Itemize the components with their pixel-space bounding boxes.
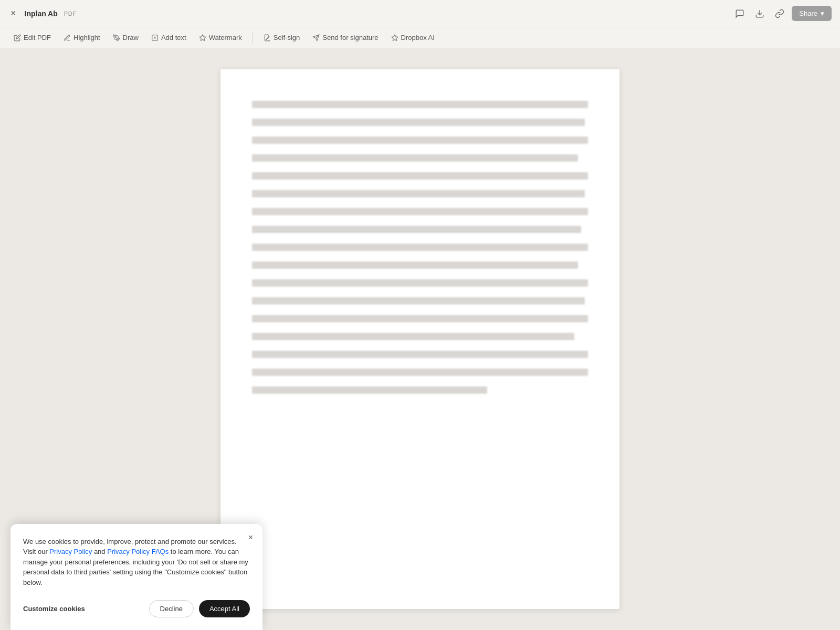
header-left: × Inplan Ab PDF bbox=[8, 6, 76, 21]
text-line bbox=[252, 279, 588, 287]
add-text-icon bbox=[151, 34, 159, 41]
watermark-icon bbox=[199, 34, 206, 41]
text-line bbox=[252, 226, 581, 233]
text-line bbox=[252, 333, 574, 340]
comment-button[interactable] bbox=[732, 6, 748, 22]
link-button[interactable] bbox=[772, 6, 788, 22]
text-line bbox=[252, 208, 588, 215]
highlight-button[interactable]: Highlight bbox=[58, 31, 106, 44]
send-for-signature-button[interactable]: Send for signature bbox=[307, 31, 383, 44]
document-title: Inplan Ab bbox=[25, 9, 58, 18]
svg-point-1 bbox=[116, 37, 117, 38]
close-icon: × bbox=[10, 8, 16, 19]
send-signature-label: Send for signature bbox=[322, 34, 378, 41]
watermark-label: Watermark bbox=[209, 34, 242, 41]
send-signature-icon bbox=[312, 34, 320, 41]
comment-icon bbox=[735, 9, 744, 18]
svg-marker-8 bbox=[392, 35, 398, 40]
cookie-close-button[interactable]: × bbox=[247, 532, 254, 543]
cookie-actions: Customize cookies Decline Accept All bbox=[23, 600, 250, 617]
download-button[interactable] bbox=[752, 6, 768, 22]
privacy-policy-faq-link[interactable]: Privacy Policy FAQs bbox=[107, 548, 169, 555]
text-line bbox=[252, 154, 578, 162]
text-line bbox=[252, 351, 588, 358]
header-right: Share ▾ bbox=[732, 6, 832, 22]
download-icon bbox=[755, 9, 764, 18]
dropbox-ai-button[interactable]: Dropbox AI bbox=[386, 31, 440, 44]
text-line bbox=[252, 261, 578, 269]
cookie-close-icon: × bbox=[248, 533, 253, 542]
cookie-banner: × We use cookies to provide, improve, pr… bbox=[10, 524, 262, 631]
text-line bbox=[252, 101, 588, 108]
add-text-label: Add text bbox=[161, 34, 186, 41]
add-text-button[interactable]: Add text bbox=[146, 31, 192, 44]
toolbar: Edit PDF Highlight Draw Add text Waterma… bbox=[0, 27, 840, 48]
draw-label: Draw bbox=[123, 34, 139, 41]
text-line bbox=[252, 297, 585, 304]
share-button[interactable]: Share ▾ bbox=[792, 6, 832, 21]
text-line bbox=[252, 172, 588, 180]
cookie-text-part2: and bbox=[92, 548, 107, 555]
close-button[interactable]: × bbox=[8, 6, 18, 21]
self-sign-label: Self-sign bbox=[274, 34, 300, 41]
self-sign-icon bbox=[264, 34, 271, 41]
draw-button[interactable]: Draw bbox=[108, 31, 144, 44]
svg-marker-5 bbox=[200, 35, 206, 40]
draw-icon bbox=[113, 34, 120, 41]
dropbox-ai-label: Dropbox AI bbox=[401, 34, 435, 41]
accept-all-button[interactable]: Accept All bbox=[199, 600, 250, 617]
text-line bbox=[252, 315, 588, 322]
text-line bbox=[252, 136, 588, 144]
highlight-icon bbox=[64, 34, 71, 41]
edit-pdf-label: Edit PDF bbox=[24, 34, 51, 41]
self-sign-button[interactable]: Self-sign bbox=[258, 31, 306, 44]
edit-pdf-button[interactable]: Edit PDF bbox=[8, 31, 56, 44]
watermark-button[interactable]: Watermark bbox=[194, 31, 247, 44]
decline-button[interactable]: Decline bbox=[149, 600, 194, 617]
customize-cookies-button[interactable]: Customize cookies bbox=[23, 605, 85, 613]
privacy-policy-link[interactable]: Privacy Policy bbox=[49, 548, 92, 555]
header: × Inplan Ab PDF Share ▾ bbox=[0, 0, 840, 27]
text-line bbox=[252, 244, 588, 251]
highlight-label: Highlight bbox=[74, 34, 100, 41]
pdf-page bbox=[220, 69, 620, 609]
share-chevron-icon: ▾ bbox=[821, 9, 824, 17]
cookie-text: We use cookies to provide, improve, prot… bbox=[23, 537, 250, 588]
toolbar-divider bbox=[253, 33, 253, 43]
document-badge: PDF bbox=[64, 10, 77, 17]
dropbox-ai-icon bbox=[391, 34, 398, 41]
text-line bbox=[252, 190, 585, 197]
edit-pdf-icon bbox=[14, 34, 21, 41]
link-icon bbox=[775, 9, 784, 18]
cookie-buttons: Decline Accept All bbox=[149, 600, 250, 617]
share-label: Share bbox=[799, 9, 817, 17]
text-line bbox=[252, 386, 487, 394]
text-line bbox=[252, 119, 585, 126]
text-line bbox=[252, 369, 588, 376]
